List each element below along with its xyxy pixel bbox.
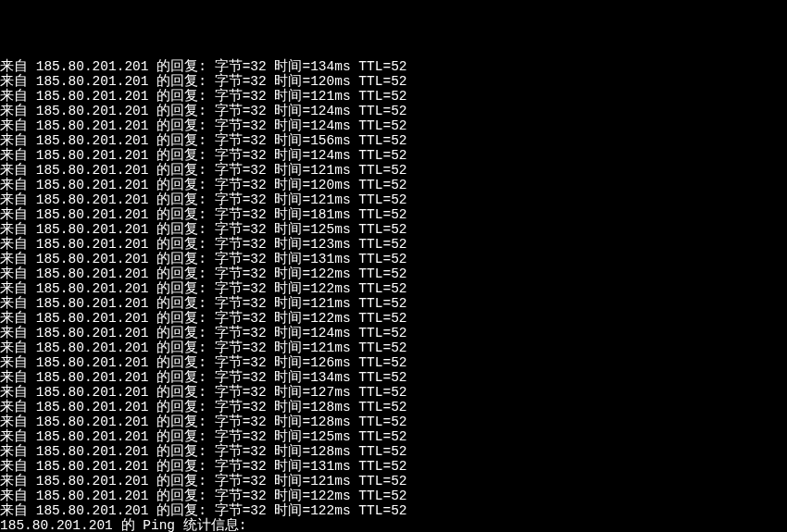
- ping-reply-line: 来自 185.80.201.201 的回复: 字节=32 时间=128ms TT…: [0, 400, 787, 414]
- stats-ip: 185.80.201.201: [0, 518, 113, 532]
- ping-reply-line: 来自 185.80.201.201 的回复: 字节=32 时间=121ms TT…: [0, 296, 787, 311]
- ping-reply-line: 来自 185.80.201.201 的回复: 字节=32 时间=121ms TT…: [0, 89, 787, 104]
- ping-reply-line: 来自 185.80.201.201 的回复: 字节=32 时间=125ms TT…: [0, 222, 787, 237]
- ping-reply-line: 来自 185.80.201.201 的回复: 字节=32 时间=121ms TT…: [0, 192, 787, 207]
- ping-reply-line: 来自 185.80.201.201 的回复: 字节=32 时间=124ms TT…: [0, 326, 787, 340]
- ping-reply-line: 来自 185.80.201.201 的回复: 字节=32 时间=131ms TT…: [0, 459, 787, 474]
- terminal-output: 来自 185.80.201.201 的回复: 字节=32 时间=134ms TT…: [0, 59, 787, 532]
- ping-reply-line: 来自 185.80.201.201 的回复: 字节=32 时间=134ms TT…: [0, 370, 787, 385]
- ping-reply-line: 来自 185.80.201.201 的回复: 字节=32 时间=124ms TT…: [0, 104, 787, 118]
- ping-reply-line: 来自 185.80.201.201 的回复: 字节=32 时间=126ms TT…: [0, 355, 787, 370]
- ping-reply-line: 来自 185.80.201.201 的回复: 字节=32 时间=124ms TT…: [0, 148, 787, 163]
- ping-reply-line: 来自 185.80.201.201 的回复: 字节=32 时间=156ms TT…: [0, 133, 787, 148]
- stats-header-suffix: 的 Ping 统计信息:: [113, 518, 247, 532]
- ping-reply-line: 来自 185.80.201.201 的回复: 字节=32 时间=122ms TT…: [0, 281, 787, 296]
- ping-reply-line: 来自 185.80.201.201 的回复: 字节=32 时间=134ms TT…: [0, 59, 787, 74]
- ping-reply-line: 来自 185.80.201.201 的回复: 字节=32 时间=120ms TT…: [0, 178, 787, 192]
- ping-reply-line: 来自 185.80.201.201 的回复: 字节=32 时间=122ms TT…: [0, 266, 787, 281]
- ping-reply-line: 来自 185.80.201.201 的回复: 字节=32 时间=121ms TT…: [0, 340, 787, 355]
- ping-reply-line: 来自 185.80.201.201 的回复: 字节=32 时间=121ms TT…: [0, 163, 787, 178]
- ping-reply-line: 来自 185.80.201.201 的回复: 字节=32 时间=120ms TT…: [0, 74, 787, 89]
- ping-reply-line: 来自 185.80.201.201 的回复: 字节=32 时间=131ms TT…: [0, 252, 787, 266]
- ping-reply-line: 来自 185.80.201.201 的回复: 字节=32 时间=121ms TT…: [0, 474, 787, 489]
- ping-reply-line: 来自 185.80.201.201 的回复: 字节=32 时间=181ms TT…: [0, 207, 787, 222]
- ping-reply-line: 来自 185.80.201.201 的回复: 字节=32 时间=122ms TT…: [0, 311, 787, 326]
- ping-reply-line: 来自 185.80.201.201 的回复: 字节=32 时间=128ms TT…: [0, 444, 787, 459]
- ping-reply-line: 来自 185.80.201.201 的回复: 字节=32 时间=122ms TT…: [0, 489, 787, 503]
- ping-reply-line: 来自 185.80.201.201 的回复: 字节=32 时间=124ms TT…: [0, 118, 787, 133]
- ping-reply-line: 来自 185.80.201.201 的回复: 字节=32 时间=128ms TT…: [0, 414, 787, 429]
- ping-reply-line: 来自 185.80.201.201 的回复: 字节=32 时间=127ms TT…: [0, 385, 787, 400]
- ping-reply-line: 来自 185.80.201.201 的回复: 字节=32 时间=125ms TT…: [0, 429, 787, 444]
- ping-reply-line: 来自 185.80.201.201 的回复: 字节=32 时间=123ms TT…: [0, 237, 787, 252]
- ping-reply-line: 来自 185.80.201.201 的回复: 字节=32 时间=122ms TT…: [0, 503, 787, 518]
- stats-header-line: 185.80.201.201 的 Ping 统计信息:: [0, 518, 787, 532]
